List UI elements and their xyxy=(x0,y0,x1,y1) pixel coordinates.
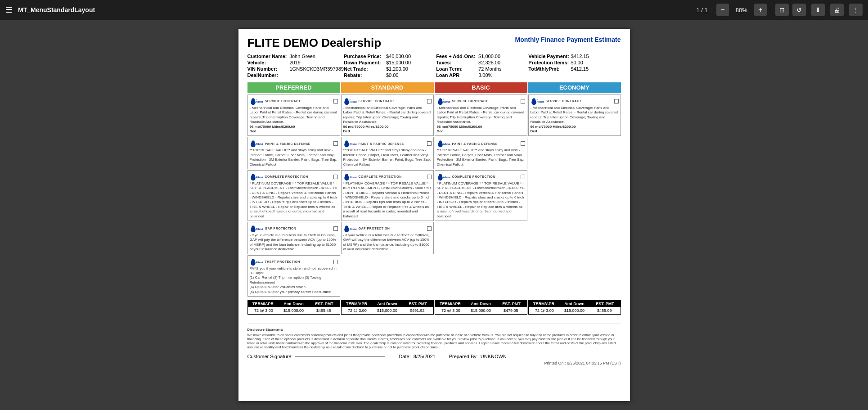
cp-checkbox-preferred[interactable] xyxy=(333,175,338,179)
payment-col: Vehicle Payment:$412.15 Protection Items… xyxy=(528,54,621,79)
printed-on: Printed On : 8/25/2021 04:05:15 PM (EST) xyxy=(247,361,621,365)
pf-checkbox-preferred[interactable] xyxy=(333,141,338,146)
sc-checkbox-preferred[interactable] xyxy=(333,99,338,104)
est-pmt-header-preferred: EST. PMT xyxy=(309,302,340,306)
column-headers: PREFERRED STANDARD BASIC ECONOMY xyxy=(247,82,621,93)
standard-header: STANDARD xyxy=(341,82,434,93)
gap-protection-preferred[interactable]: Allstate GAP PROTECTION - If your vehicl… xyxy=(247,222,340,254)
page-info: 1 / 1 xyxy=(696,7,707,14)
term-apr-header-standard: TERM/APR xyxy=(342,302,372,306)
est-pmt-val-basic: $479.05 xyxy=(496,308,526,313)
doc-header: FLITE DEMO Dealership Monthly Finance Pa… xyxy=(247,36,621,50)
pf-body-basic: **TOP RESALE VALUE** and stays shiny and… xyxy=(437,148,525,167)
paint-fabric-row: Allstate PAINT & FABRIC DEFENSE **TOP RE… xyxy=(247,137,621,169)
sc-type-preferred: SERVICE CONTRACT xyxy=(265,99,301,103)
service-contract-basic[interactable]: Allstate ® SERVICE CONTRACT - Mechannica… xyxy=(435,95,527,136)
payment-header-economy: TERM/APR Amt Down EST. PMT xyxy=(529,301,621,307)
sc-checkbox-basic[interactable] xyxy=(521,99,525,104)
prepared-label: Prepared By: xyxy=(449,354,478,359)
svg-text:®: ® xyxy=(256,99,257,101)
theft-protection-preferred[interactable]: Allstate THEFT PROTECTION PAYS you if yo… xyxy=(247,255,340,297)
svg-text:Allstate: Allstate xyxy=(443,143,450,145)
pf-checkbox-basic[interactable] xyxy=(521,141,525,146)
payment-header-standard: TERM/APR Amt Down EST. PMT xyxy=(342,301,433,307)
document: FLITE DEMO Dealership Monthly Finance Pa… xyxy=(238,29,630,401)
payment-col-basic: TERM/APR Amt Down EST. PMT 72 @ 3.00 $15… xyxy=(435,300,527,315)
theft-standard-empty xyxy=(341,255,434,297)
gap-body-standard: - If your vehicle is a total loss due to… xyxy=(343,233,432,252)
print-button[interactable]: 🖨 xyxy=(830,4,844,16)
gap-protection-row: Allstate GAP PROTECTION - If your vehicl… xyxy=(247,222,621,254)
allstate-logo-cp-basic: Allstate xyxy=(437,172,450,181)
payment-col-standard: TERM/APR Amt Down EST. PMT 72 @ 3.00 $15… xyxy=(341,300,434,315)
app-title: MT_MenuStandardLayout xyxy=(18,6,691,14)
allstate-logo-standard: Allstate ® xyxy=(343,97,357,106)
amt-down-header-preferred: Amt Down xyxy=(279,302,309,306)
customer-col: Customer Name:John Green Vehicle:2019 VI… xyxy=(247,54,344,79)
svg-point-38 xyxy=(345,174,348,178)
svg-point-50 xyxy=(345,225,348,230)
cp-type-basic: COMPLETE PROTECTION xyxy=(452,175,495,179)
gap-checkbox-preferred[interactable] xyxy=(333,226,338,231)
svg-text:Allstate: Allstate xyxy=(536,100,544,103)
cp-checkbox-standard[interactable] xyxy=(427,175,432,179)
customer-info: Customer Name:John Green Vehicle:2019 VI… xyxy=(247,54,621,79)
cp-type-standard: COMPLETE PROTECTION xyxy=(359,175,402,179)
tp-body-preferred: PAYS you if your vehicle is stolen and n… xyxy=(250,266,338,294)
paint-fabric-basic[interactable]: Allstate PAINT & FABRIC DEFENSE **TOP RE… xyxy=(435,137,527,169)
gap-checkbox-standard[interactable] xyxy=(427,226,432,231)
fees-col: Fees + Add-Ons:$1,000.00 Taxes:$2,328.00… xyxy=(436,54,528,79)
menu-icon[interactable]: ☰ xyxy=(5,5,13,15)
disclosure-title: Disclosure Statement: xyxy=(247,328,621,332)
service-contract-standard[interactable]: Allstate ® SERVICE CONTRACT - Mechannica… xyxy=(341,95,434,136)
svg-text:®: ® xyxy=(443,99,444,101)
complete-protection-standard[interactable]: Allstate COMPLETE PROTECTION * PLATINUM … xyxy=(341,170,434,221)
payment-col-economy: TERM/APR Amt Down EST. PMT 72 @ 3.00 $15… xyxy=(528,300,621,315)
pf-type-standard: PAINT & FABRIC DEFENSE xyxy=(359,142,405,146)
tp-checkbox-preferred[interactable] xyxy=(333,260,338,264)
paint-fabric-standard[interactable]: Allstate PAINT & FABRIC DEFENSE **TOP RE… xyxy=(341,137,434,169)
pf-checkbox-standard[interactable] xyxy=(427,141,432,146)
signature-line[interactable] xyxy=(295,356,385,356)
gap-protection-standard[interactable]: Allstate GAP PROTECTION - If your vehicl… xyxy=(341,222,434,254)
paint-fabric-economy-empty xyxy=(528,137,621,169)
service-contract-row: Allstate ® SERVICE CONTRACT - Mechannica… xyxy=(247,95,621,136)
rotate-button[interactable]: ↺ xyxy=(792,4,806,16)
paint-fabric-preferred[interactable]: Allstate PAINT & FABRIC DEFENSE **TOP RE… xyxy=(247,137,340,169)
sc-body-economy: - Mechannical and Electrical Coverage; P… xyxy=(531,106,619,134)
service-contract-economy[interactable]: Allstate ® SERVICE CONTRACT - Mechannica… xyxy=(528,95,621,136)
svg-point-46 xyxy=(251,225,255,230)
tp-type-preferred: THEFT PROTECTION xyxy=(265,260,300,264)
term-apr-val-standard: 72 @ 3.00 xyxy=(342,308,373,313)
complete-protection-row: Allstate COMPLETE PROTECTION * PLATINUM … xyxy=(247,170,621,221)
download-button[interactable]: ⬇ xyxy=(811,4,825,16)
est-pmt-header-basic: EST. PMT xyxy=(496,302,527,306)
svg-point-54 xyxy=(251,259,255,263)
svg-point-34 xyxy=(251,174,255,178)
svg-text:Allstate: Allstate xyxy=(256,228,263,230)
sc-checkbox-standard[interactable] xyxy=(427,99,432,104)
payment-col-preferred: TERM/APR Amt Down EST. PMT 72 @ 3.00 $15… xyxy=(247,300,340,315)
gap-basic-empty xyxy=(435,222,527,254)
more-button[interactable]: ⋮ xyxy=(849,4,863,16)
gap-type-preferred: GAP PROTECTION xyxy=(265,226,297,230)
complete-protection-preferred[interactable]: Allstate COMPLETE PROTECTION * PLATINUM … xyxy=(247,170,340,221)
payment-body-economy: 72 @ 3.00 $15,000.00 $455.09 xyxy=(529,307,621,314)
zoom-in-button[interactable]: + xyxy=(754,4,767,16)
sc-body-preferred: - Mechannical and Electrical Coverage; P… xyxy=(250,106,338,134)
toolbar-right: ⬇ 🖨 ⋮ xyxy=(811,4,863,16)
signature-row: Customer Signature: Date: 8/25/2021 Prep… xyxy=(247,354,621,359)
term-apr-header-economy: TERM/APR xyxy=(529,302,559,306)
payment-section: TERM/APR Amt Down EST. PMT 72 @ 3.00 $15… xyxy=(247,300,621,315)
zoom-out-button[interactable]: − xyxy=(716,4,729,16)
allstate-logo-pf-standard: Allstate xyxy=(343,139,357,148)
cp-checkbox-basic[interactable] xyxy=(521,175,525,179)
complete-protection-basic[interactable]: Allstate COMPLETE PROTECTION * PLATINUM … xyxy=(435,170,527,221)
fit-page-button[interactable]: ⊡ xyxy=(775,4,789,16)
allstate-logo-pf-basic: Allstate xyxy=(437,139,450,148)
economy-header: ECONOMY xyxy=(528,82,621,93)
purchase-col: Purchase Price:$40,000.00 Down Payment:$… xyxy=(344,54,436,79)
svg-text:®: ® xyxy=(349,99,351,101)
service-contract-preferred[interactable]: Allstate ® SERVICE CONTRACT - Mechannica… xyxy=(247,95,340,136)
sc-checkbox-economy[interactable] xyxy=(614,99,619,104)
